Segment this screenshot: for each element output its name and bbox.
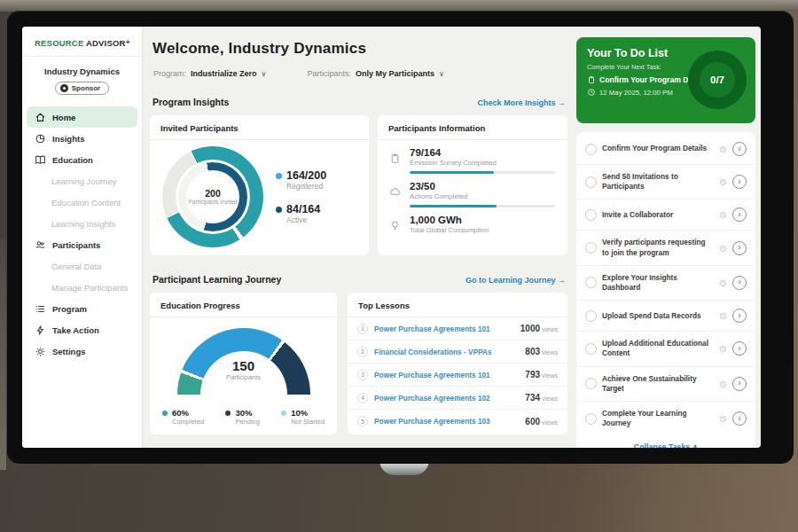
sidebar-item-settings[interactable]: Settings: [22, 340, 142, 362]
invited-participants-card: Invited Participants 200 Participants In…: [150, 115, 369, 255]
sidebar-item-manage-participants[interactable]: Manage Participants: [22, 277, 142, 298]
clock-icon: [719, 141, 727, 157]
task-open-button[interactable]: ›: [732, 309, 747, 323]
task-checkbox[interactable]: [585, 209, 597, 221]
app-logo: RESOURCE ADVISOR+: [22, 27, 142, 57]
task-checkbox[interactable]: [585, 343, 597, 355]
clock-icon: [719, 240, 727, 256]
sidebar-item-take-action[interactable]: Take Action: [22, 319, 142, 340]
task-open-button[interactable]: ›: [732, 175, 747, 189]
education-progress-card: Education Progress 150 Participants: [150, 293, 337, 434]
sidebar-item-learning-journey[interactable]: Learning Journey: [22, 170, 142, 192]
task-row[interactable]: Verify participants requesting to join t…: [576, 231, 755, 265]
task-open-button[interactable]: ›: [732, 377, 747, 391]
program-dropdown[interactable]: Program: Industrialize Zero ∨: [153, 69, 266, 78]
participants-dropdown[interactable]: Participants: Only My Participants ∨: [307, 69, 443, 78]
task-checkbox[interactable]: [585, 310, 597, 322]
collapse-tasks-button[interactable]: Collapse Tasks ∧: [576, 435, 755, 448]
lesson-link[interactable]: Financial Considerations - VPPAs: [374, 348, 519, 356]
task-row[interactable]: Complete Your Learning Journey ›: [576, 402, 755, 435]
task-open-button[interactable]: ›: [732, 207, 747, 222]
lesson-rank: 2: [357, 347, 368, 357]
gauge-center-label: Participants: [177, 373, 310, 381]
lesson-link[interactable]: Power Purchase Agreements 101: [374, 371, 519, 379]
task-checkbox[interactable]: [585, 413, 597, 425]
task-checkbox[interactable]: [585, 242, 597, 254]
task-checkbox[interactable]: [585, 277, 597, 288]
todo-panel: Your To Do List Complete Your Next Task:…: [576, 27, 755, 448]
lesson-link[interactable]: Power Purchase Agreements 101: [374, 325, 514, 333]
task-row[interactable]: Confirm Your Program Details ›: [576, 134, 755, 165]
task-checkbox[interactable]: [585, 144, 597, 155]
clock-icon: [719, 340, 727, 356]
task-open-button[interactable]: ›: [732, 411, 747, 426]
clock-icon: [719, 275, 727, 291]
task-row[interactable]: Invite a Collaborator ›: [576, 200, 755, 231]
sidebar-item-label: Education: [52, 155, 93, 165]
sidebar-item-general-data[interactable]: General Data: [22, 255, 142, 277]
clipboard-icon: [389, 152, 401, 168]
task-label: Verify participants requesting to join t…: [602, 238, 714, 257]
legend-active: 84/164 Active: [276, 203, 326, 224]
task-row[interactable]: Explore Your Insights Dashboard ›: [576, 266, 755, 301]
task-checkbox[interactable]: [585, 176, 597, 188]
participants-value: Only My Participants: [356, 69, 434, 78]
sidebar-item-label: Manage Participants: [51, 283, 129, 293]
top-lessons-card: Top Lessons 1 Power Purchase Agreements …: [348, 293, 567, 434]
lesson-link[interactable]: Power Purchase Agreements 103: [374, 417, 519, 426]
task-row[interactable]: Upload Additional Educational Content ›: [576, 332, 755, 366]
sidebar-nav: Home Insights Education Learning Journey: [22, 106, 142, 362]
sidebar-item-education[interactable]: Education: [22, 149, 142, 170]
sidebar-item-participants[interactable]: Participants: [22, 234, 142, 255]
book-icon: [35, 154, 46, 166]
sidebar-item-program[interactable]: Program: [22, 298, 142, 319]
legend-dot: [276, 207, 282, 213]
sidebar-item-learning-insights[interactable]: Learning Insights: [22, 213, 142, 234]
program-insights-header: Program Insights Check More Insights →: [153, 97, 566, 107]
sidebar-item-home[interactable]: Home: [27, 106, 137, 128]
background-light-streak: [0, 239, 6, 470]
lesson-row: 3 Power Purchase Agreements 101 793views: [348, 364, 567, 387]
lesson-row: 1 Power Purchase Agreements 101 1000view…: [348, 317, 567, 340]
task-row[interactable]: Achieve One Sustainability Target ›: [576, 367, 755, 402]
sponsor-badge[interactable]: Sponsor: [55, 82, 109, 95]
sidebar-item-label: Learning Insights: [51, 219, 115, 229]
sponsor-icon: [60, 84, 68, 92]
sidebar-item-label: Learning Journey: [51, 176, 116, 186]
views-count: 793: [525, 370, 540, 379]
task-checkbox[interactable]: [585, 378, 597, 389]
stat-actions-completed: 23/50 Actions Completed: [378, 174, 567, 207]
learning-cards-row: Education Progress 150 Participants: [150, 293, 567, 434]
legend-pending: 30% Pending: [225, 408, 260, 426]
task-open-button[interactable]: ›: [732, 276, 747, 290]
task-row[interactable]: Send 50 Invitations to Participants ›: [576, 165, 755, 200]
card-title: Participants Information: [378, 115, 567, 140]
sidebar-item-education-content[interactable]: Education Content: [22, 192, 142, 213]
lesson-row: 5 Power Purchase Agreements 103 600views: [348, 410, 567, 433]
card-title: Top Lessons: [348, 293, 567, 317]
lesson-link[interactable]: Power Purchase Agreements 102: [374, 394, 519, 403]
task-label: Upload Spend Data Records: [602, 311, 714, 321]
lesson-row: 2 Financial Considerations - VPPAs 803vi…: [348, 340, 567, 364]
clock-icon: [719, 207, 727, 223]
todo-progress-ring: 0/7: [688, 51, 747, 109]
lesson-rank: 3: [357, 370, 368, 380]
legend-completed: 60% Completed: [162, 408, 204, 426]
list-icon: [35, 303, 46, 315]
logo-advisor: ADVISOR: [83, 38, 125, 48]
check-more-insights-link[interactable]: Check More Insights →: [477, 98, 566, 107]
go-to-learning-journey-link[interactable]: Go to Learning Journey →: [466, 276, 566, 285]
task-row[interactable]: Upload Spend Data Records ›: [576, 301, 755, 332]
filter-bar: Program: Industrialize Zero ∨ Participan…: [153, 69, 567, 78]
task-open-button[interactable]: ›: [732, 341, 747, 356]
insights-cards-row: Invited Participants 200 Participants In…: [150, 115, 567, 255]
clock-icon: [587, 88, 596, 97]
todo-summary-card: Your To Do List Complete Your Next Task:…: [576, 37, 755, 123]
sidebar-item-insights[interactable]: Insights: [22, 128, 142, 149]
task-open-button[interactable]: ›: [732, 241, 747, 255]
legend-dot: [162, 411, 168, 416]
task-open-button[interactable]: ›: [732, 142, 747, 156]
clipboard-icon: [587, 75, 596, 84]
sidebar-item-label: Home: [52, 113, 75, 122]
sidebar-item-label: Take Action: [52, 325, 99, 335]
